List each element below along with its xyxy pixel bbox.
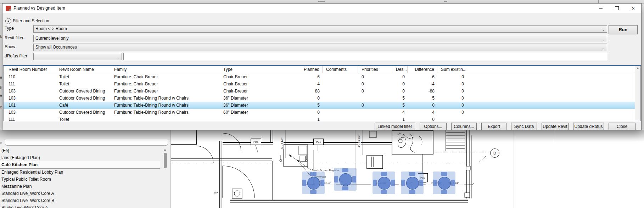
sidebar-item[interactable]: Typical Public Toilet Room (0, 176, 160, 183)
table-row[interactable]: 103Outdoor Covered DiningFurniture: Tabl… (4, 109, 640, 116)
table-cell: 0 (437, 109, 467, 116)
table-row[interactable]: 111ToiletFurniture: Chair-BreuerChair-Br… (4, 80, 640, 88)
table-cell: 103 (4, 95, 56, 102)
sidebar-scrollbar[interactable]: ▲ (162, 147, 168, 208)
table-cell: 0 (358, 102, 392, 109)
revit-screen: N ed li er ed n (Fe)lans (Enlarged Plan)… (0, 0, 644, 208)
annotation-label: FV (399, 132, 402, 135)
table-cell (358, 116, 392, 121)
table-cell: 6 (270, 73, 323, 80)
chevron-up-icon: ▲ (7, 19, 10, 23)
minimize-button[interactable] (593, 4, 609, 13)
table-cell: 0 (358, 88, 392, 95)
drofus-filter-input[interactable] (123, 53, 607, 60)
chair (302, 180, 306, 186)
table-cell: 101 (4, 102, 56, 109)
export-button[interactable]: Export (481, 123, 506, 130)
selected-table-furniture[interactable] (401, 172, 424, 194)
floorplan-canvas[interactable]: P06 P01 P02 Touch Screen Register Counte… (171, 130, 644, 208)
sidebar-item[interactable]: Studio Live-Work Core A (0, 204, 160, 208)
planned-vs-designed-dialog: Planned vs Designed Item ✕ ▲ Filter and … (2, 3, 642, 130)
options-button[interactable]: Options... (420, 123, 447, 130)
table-row[interactable]: 110ToiletFurniture: Chair-BreuerChair-Br… (4, 73, 640, 80)
selected-table-furniture[interactable] (373, 172, 395, 194)
table-scrollbar[interactable]: ▲ (635, 66, 640, 121)
column-header: Desi... (392, 66, 408, 73)
room-tag[interactable]: P01 (313, 139, 324, 145)
project-browser-panel: n (Fe)lans (Enlarged Plan)Café Kitchen P… (0, 130, 171, 208)
maximize-button[interactable] (609, 4, 625, 13)
close-button[interactable]: ✕ (625, 4, 641, 13)
filter-section-expander[interactable]: ▲ (5, 18, 11, 24)
table-cell: Chair-Breuer (220, 73, 270, 80)
column-header: Family (111, 66, 220, 73)
table-cell: -4 (408, 80, 437, 88)
chair (441, 172, 447, 176)
table-cell: 103 (4, 88, 56, 95)
revit-filter-combobox[interactable]: Current level only ⌄ (33, 35, 607, 42)
run-button[interactable]: Run (609, 25, 638, 34)
selected-table-furniture[interactable] (433, 172, 455, 194)
table-row[interactable]: 103Outdoor Covered DiningFurniture: Tabl… (4, 95, 640, 102)
chair (441, 190, 447, 194)
chevron-down-icon: ⌄ (602, 27, 605, 33)
table-cell: 0 (358, 73, 392, 80)
table-cell: Café (56, 102, 111, 109)
table-cell: -6 (408, 73, 437, 80)
sidebar-item[interactable]: lans (Enlarged Plan) (0, 154, 160, 161)
close-button[interactable]: Close (609, 123, 635, 130)
table-cell: 60" Diameter (220, 109, 270, 116)
sidebar-item[interactable]: (Fe) (0, 147, 160, 154)
selected-table-furniture[interactable] (334, 168, 357, 191)
room-tag[interactable]: P06 (251, 139, 261, 145)
table-cell: 0 (270, 109, 323, 116)
table-row[interactable]: 101CaféFurniture: Table-Dining Round w C… (4, 102, 640, 109)
sidebar-item[interactable]: Mezzanine Plan (0, 183, 160, 190)
table-cell: Furniture: Chair-Breuer (111, 80, 220, 88)
column-header: Difference (408, 66, 437, 73)
drofus-filter-combobox[interactable]: ⌄ (33, 53, 122, 60)
update-drofus-button[interactable]: Update dRofus (573, 123, 604, 130)
chair (381, 190, 387, 194)
selected-table-furniture[interactable] (302, 172, 325, 194)
columns-button[interactable]: Columns... (451, 123, 477, 130)
table-header-row: Revit Room NumberRevit Room NameFamilyTy… (4, 66, 640, 73)
chair (334, 176, 338, 182)
floorplan-linework (171, 130, 644, 208)
chair (419, 180, 423, 186)
linked-model-filter-button[interactable]: Linked model filter (375, 123, 415, 130)
dialog-titlebar[interactable]: Planned vs Designed Item ✕ (2, 4, 641, 13)
sidebar-item[interactable]: Standard Live_Work Core B (0, 197, 160, 204)
type-combobox[interactable]: Room <-> Room ⌄ (33, 25, 607, 33)
table-cell (111, 116, 220, 121)
table-cell: 88 (270, 88, 323, 95)
chair (381, 172, 387, 176)
scroll-up-icon[interactable]: ▲ (636, 66, 639, 70)
revit-filter-label: Revit filter: (5, 35, 25, 40)
scrollbar-thumb[interactable] (164, 153, 167, 168)
annotation-label: WP (214, 191, 218, 195)
sidebar-item[interactable]: Enlarged Residential Lobby Plan (0, 169, 160, 176)
table-row[interactable]: 111Toilet110 (4, 116, 640, 121)
chair (433, 180, 437, 186)
chair (310, 190, 317, 194)
table-cell (323, 109, 358, 116)
table-row[interactable]: 103Outdoor Covered DiningFurniture: Chai… (4, 88, 640, 95)
chevron-down-icon: ⌄ (602, 36, 605, 43)
show-combobox[interactable]: Show all Occurrences ⌄ (33, 44, 607, 51)
dialog-footer: Linked model filterOptions...Columns...E… (375, 123, 635, 130)
chair (352, 176, 356, 182)
update-revit-button[interactable]: Update Revit (542, 123, 569, 130)
browser-search-bar[interactable] (5, 139, 168, 146)
table-cell (323, 116, 358, 121)
sidebar-item[interactable]: Café Kitchen Plan (0, 161, 160, 169)
scroll-up-icon[interactable]: ▲ (163, 148, 167, 151)
sync-data-button[interactable]: Sync Data (511, 123, 537, 130)
show-label: Show (5, 44, 15, 49)
dimension-text: 6' - 3 1/4" (281, 137, 284, 149)
sidebar-item[interactable]: Standard Live_Work Core A (0, 190, 160, 197)
column-header: Sum existin... (437, 66, 467, 73)
table-cell: Furniture: Chair-Breuer (111, 73, 220, 80)
table-cell: 111 (4, 116, 56, 121)
table-cell: 0 (437, 88, 467, 95)
